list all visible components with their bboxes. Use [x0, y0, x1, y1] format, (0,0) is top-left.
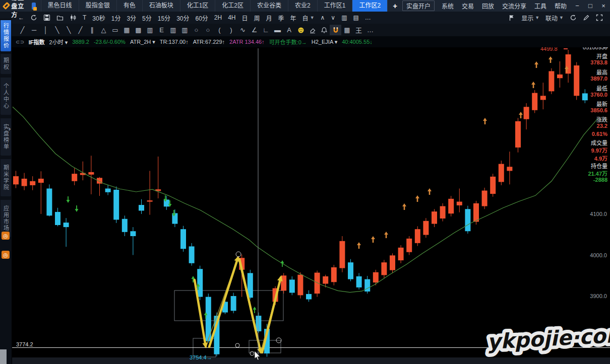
workspace-tab[interactable]: 有色 — [116, 0, 142, 12]
elliott-wave-tool[interactable]: E — [156, 25, 167, 35]
menu-item[interactable]: 系统 — [438, 2, 458, 10]
sidebar-app-icon-2[interactable]: ◎ — [2, 251, 10, 259]
period-button[interactable]: 周 — [251, 14, 263, 22]
short-line-tool[interactable]: ╱ — [75, 25, 86, 35]
menu-item[interactable]: 交流分享 — [498, 2, 530, 10]
ellipse-tool[interactable]: ○ — [202, 25, 214, 35]
save-icon[interactable] — [40, 14, 53, 21]
angle-tool[interactable]: ∟ — [260, 25, 272, 35]
auto-period-dropdown[interactable]: 自▼ — [299, 14, 318, 22]
gann-fan-tool[interactable]: ∠ — [249, 25, 260, 35]
parallel-channel-tool[interactable]: ∥ — [86, 25, 98, 35]
arc-right-tool[interactable]: ) — [225, 25, 237, 35]
period-button[interactable]: 日 — [239, 14, 251, 22]
more-tools[interactable]: … — [364, 25, 376, 35]
period-button[interactable]: 5分 — [139, 14, 155, 22]
menu-item[interactable]: 回放 — [478, 2, 498, 10]
rotate-icon[interactable] — [567, 14, 580, 21]
minimize-button[interactable]: − — [571, 2, 584, 10]
sidebar-expand-chevron[interactable]: › — [9, 125, 11, 132]
period-button[interactable]: 1分 — [108, 14, 124, 22]
orange-up-arrow — [483, 118, 487, 121]
horizontal-segment-tool[interactable]: ─ — [28, 25, 40, 35]
workspace-tab[interactable]: 农业谷类 — [250, 0, 288, 12]
collapse-up-icon[interactable]: ∧ — [318, 14, 328, 21]
maximize-button[interactable]: □ — [584, 2, 597, 10]
green-signal-arrow — [281, 260, 284, 263]
price-grid-tool[interactable]: ▩ — [133, 25, 144, 35]
workspace-tab[interactable]: 化工1区 — [180, 0, 215, 12]
king-line-tool[interactable]: 王 — [353, 25, 364, 35]
text-period-icon[interactable]: T — [80, 14, 89, 21]
menu-item[interactable]: 帮助 — [551, 2, 571, 10]
emoji-tool[interactable] — [295, 25, 307, 35]
vertical-line-tool[interactable]: │ — [40, 25, 51, 35]
period-button[interactable]: 季 — [275, 14, 287, 22]
workspace-tab[interactable]: 工作区1 — [317, 0, 352, 12]
period-button[interactable]: 2H — [211, 14, 225, 21]
open-folder-icon[interactable] — [53, 14, 67, 21]
period-button[interactable]: 30秒 — [89, 14, 108, 22]
drawing-handle — [250, 351, 254, 355]
candle-body — [231, 296, 236, 311]
workspace-tab[interactable]: 石油板块 — [142, 0, 180, 12]
alert-bell-tool[interactable] — [318, 25, 330, 35]
menu-item[interactable]: 交易 — [458, 2, 478, 10]
draw-pencil-icon[interactable] — [580, 14, 593, 21]
period-button[interactable]: 3分 — [124, 14, 139, 22]
collapse-down-icon[interactable]: ∨ — [328, 14, 338, 21]
period-button[interactable]: 60分 — [192, 14, 211, 22]
add-workspace-button[interactable]: + — [387, 0, 402, 12]
sidebar-item-tab[interactable]: 期米学院 — [1, 159, 11, 196]
sidebar-app-icon-1[interactable]: ◎ — [2, 232, 10, 240]
zigzag-tool[interactable]: ∿ — [237, 25, 249, 35]
fullscreen-icon[interactable] — [593, 14, 606, 21]
close-button[interactable]: × — [597, 2, 610, 10]
workspace-tab[interactable]: 黑色日线 — [41, 0, 79, 12]
period-button[interactable]: 15分 — [155, 14, 173, 22]
magnet-tool[interactable] — [330, 25, 341, 35]
workspace-tab[interactable]: 工作区2 — [352, 0, 387, 12]
workspace-tab[interactable]: 股指金银 — [79, 0, 116, 12]
circle-tool[interactable]: ○ — [191, 25, 202, 35]
period-button[interactable]: 月 — [263, 14, 275, 22]
fib-timezone-tool[interactable]: ▥ — [179, 25, 191, 35]
arc-left-tool[interactable]: ( — [214, 25, 225, 35]
sidebar-item-tab[interactable]: 期权 — [1, 54, 11, 74]
price-chart[interactable]: 3774.24100.04000.03900.04499.83754.4→ykp… — [12, 47, 610, 364]
split-pane-icon[interactable]: ▥ — [338, 14, 350, 21]
segment-line-tool[interactable]: ╱ — [17, 25, 28, 35]
fib-retracement-tool[interactable]: ▥ — [144, 25, 156, 35]
low-price-label: 3754.4→ — [190, 354, 212, 360]
rectangle-tool[interactable]: ▭ — [109, 25, 121, 35]
candle-body — [164, 199, 169, 206]
triangle-tool[interactable]: △ — [98, 25, 109, 35]
period-button[interactable]: 4H — [225, 14, 238, 21]
more-icon[interactable]: … — [362, 14, 374, 21]
chart-canvas[interactable]: 3774.24100.04000.03900.04499.83754.4→ykp… — [12, 47, 610, 364]
period-button[interactable]: 30分 — [173, 14, 192, 22]
eraser-tool[interactable] — [307, 25, 318, 35]
display-dropdown[interactable]: 显示▼ — [518, 14, 542, 22]
sidebar-item-tab[interactable]: 实盘榜单 — [1, 118, 11, 156]
layout-list-icon[interactable]: ▤ — [350, 14, 361, 21]
gann-grid-tool[interactable]: ▦ — [121, 25, 133, 35]
sidebar-item-active[interactable]: 行情报价 — [1, 20, 11, 51]
period-button[interactable]: 年 — [287, 14, 299, 22]
workspace-icon[interactable] — [32, 3, 35, 10]
fib-extension-tool[interactable]: ▥ — [167, 25, 179, 35]
zoom-flag-icon[interactable] — [505, 14, 518, 21]
link-icon[interactable]: ⊂⊃ — [16, 39, 24, 45]
sidebar-item-tab[interactable]: 个人中心 — [1, 78, 11, 115]
ray-line-tool[interactable]: ╲ — [51, 25, 63, 35]
text-tool[interactable]: A — [283, 25, 295, 35]
trend-line-tool[interactable]: ╲ — [63, 25, 75, 35]
menu-item[interactable]: 实盘开户 — [402, 1, 435, 11]
linkage-dropdown[interactable]: 联动▼ — [542, 14, 567, 22]
workspace-tab[interactable]: 化工2区 — [215, 0, 250, 12]
ruler-tool[interactable]: ▬ — [272, 25, 283, 35]
menu-item[interactable]: 工具 — [530, 2, 551, 10]
board-tool[interactable]: ▦ — [341, 25, 353, 35]
workspace-tab[interactable]: 农业2 — [288, 0, 317, 12]
kline-chart-icon[interactable] — [67, 14, 80, 21]
